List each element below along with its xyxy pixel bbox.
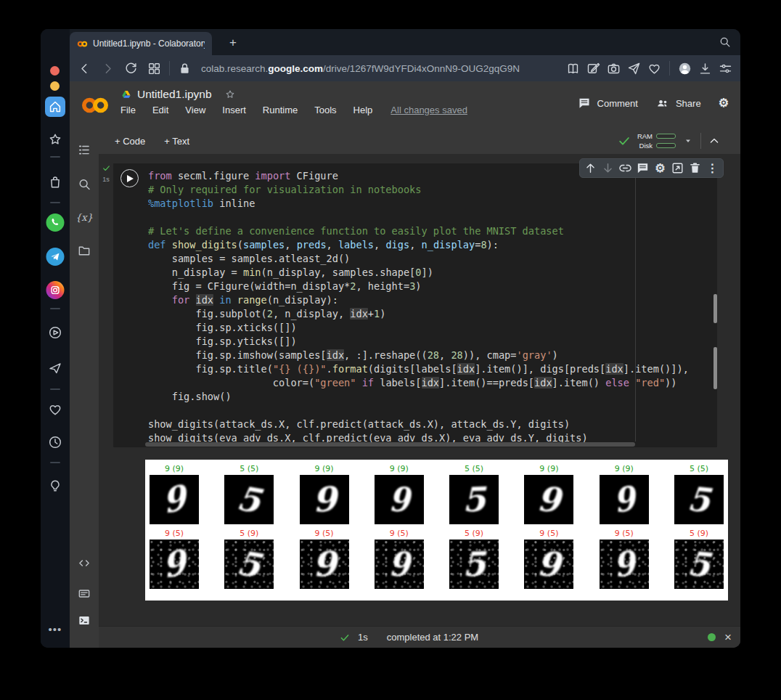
browser-tab[interactable]: Untitled1.ipynb - Colaboratory <box>70 32 212 55</box>
search-icon[interactable] <box>718 35 732 49</box>
code-line[interactable]: for idx in range(n_display): <box>148 293 707 307</box>
run-cell-button[interactable] <box>120 169 139 187</box>
lightbulb-icon[interactable] <box>47 478 63 494</box>
video-player-icon[interactable] <box>47 325 63 341</box>
share-button[interactable]: Share <box>655 96 701 110</box>
send-icon[interactable] <box>626 61 642 76</box>
star-outline-icon[interactable] <box>224 89 236 100</box>
editor-scroll-mark[interactable] <box>713 294 717 323</box>
shopping-bag-icon[interactable] <box>47 174 63 190</box>
window-minimize-button[interactable] <box>50 81 60 91</box>
whatsapp-icon[interactable] <box>46 213 65 232</box>
new-tab-button[interactable]: + <box>222 32 244 54</box>
code-cell[interactable]: from secml.figure import CFigure# Only r… <box>113 163 717 447</box>
code-line[interactable]: fig.subplot(2, n_display, idx+1) <box>148 307 707 321</box>
comment-cell-icon[interactable] <box>635 160 650 176</box>
code-line[interactable] <box>148 404 707 418</box>
window-close-button[interactable] <box>50 66 60 76</box>
history-icon[interactable] <box>47 434 63 450</box>
nav-icons <box>77 61 162 76</box>
digit-image: 9 <box>150 540 199 589</box>
close-status-icon[interactable]: × <box>721 631 735 644</box>
menu-view[interactable]: View <box>185 105 205 115</box>
menu-help[interactable]: Help <box>353 105 373 115</box>
comment-button[interactable]: Comment <box>577 96 638 110</box>
save-status[interactable]: All changes saved <box>390 105 467 115</box>
files-icon[interactable] <box>77 243 92 259</box>
digit-glyph: 9 <box>388 548 410 582</box>
digit-image: 5 <box>674 540 724 589</box>
digit-image: 9 <box>524 540 573 589</box>
my-flow-icon[interactable] <box>47 360 63 376</box>
avatar-icon[interactable] <box>677 61 692 76</box>
code-editor[interactable]: from secml.figure import CFigure# Only r… <box>148 169 707 445</box>
instagram-icon[interactable] <box>46 281 65 299</box>
heart-icon[interactable] <box>47 402 63 418</box>
speed-dial-icon[interactable] <box>147 61 162 76</box>
heart-icon[interactable] <box>647 61 662 76</box>
menu-runtime[interactable]: Runtime <box>263 105 298 115</box>
code-line[interactable]: def show_digits(samples, preds, labels, … <box>148 238 707 252</box>
add-code-button[interactable]: + Code <box>115 136 145 147</box>
telegram-icon[interactable] <box>46 248 65 266</box>
terminal-icon[interactable] <box>77 613 92 628</box>
horizontal-scrollbar[interactable] <box>145 442 635 447</box>
code-line[interactable] <box>148 211 707 224</box>
code-line[interactable]: n_display = min(n_display, samples.shape… <box>148 266 707 280</box>
mirror-tab-icon[interactable] <box>670 160 685 176</box>
code-line[interactable]: fig = CFigure(width=n_display*2, height=… <box>148 280 707 293</box>
search-icon[interactable] <box>77 176 92 192</box>
notebook-title[interactable]: Untitled1.ipynb <box>137 88 212 101</box>
code-line[interactable]: fig.sp.xticks([]) <box>148 321 707 335</box>
code-line[interactable]: samples = samples.atleast_2d() <box>148 252 707 266</box>
sliders-icon[interactable] <box>718 61 733 76</box>
code-line[interactable]: color=("green" if labels[idx].item()==pr… <box>148 376 707 390</box>
delete-icon[interactable] <box>687 160 703 176</box>
url-toolbar: colab.research.google.com/drive/1267fW9d… <box>70 55 740 81</box>
collapse-header-icon[interactable] <box>707 134 721 148</box>
home-icon[interactable] <box>45 97 65 117</box>
code-line[interactable]: %matplotlib inline <box>148 197 707 211</box>
add-text-button[interactable]: + Text <box>164 136 189 147</box>
move-down-icon[interactable] <box>600 160 616 176</box>
note-icon[interactable] <box>586 61 601 76</box>
digit-image: 5 <box>224 475 274 524</box>
menu-insert[interactable]: Insert <box>222 105 246 115</box>
code-line[interactable]: fig.show() <box>148 390 707 404</box>
code-line[interactable]: # Only required for visualization in not… <box>148 183 707 197</box>
tile-label: 9 (5) <box>390 527 409 540</box>
menu-edit[interactable]: Edit <box>152 105 168 115</box>
tile-label: 5 (5) <box>465 463 483 475</box>
forward-icon[interactable] <box>100 61 115 76</box>
address-bar[interactable]: colab.research.google.com/drive/1267fW9d… <box>201 63 563 74</box>
variables-icon[interactable]: {x} <box>77 210 92 225</box>
code-line[interactable]: show_digits(attack_ds.X, clf.predict(att… <box>148 418 707 431</box>
code-snippets-icon[interactable] <box>77 555 92 571</box>
toc-icon[interactable] <box>77 142 92 158</box>
command-palette-icon[interactable] <box>77 586 92 601</box>
resources-cluster[interactable]: RAM Disk <box>617 132 695 150</box>
code-line[interactable]: fig.sp.title("{} ({})".format(digits[lab… <box>148 362 707 376</box>
reload-icon[interactable] <box>123 61 139 76</box>
settings-gear-icon[interactable]: ⚙ <box>719 97 729 109</box>
sidebar-more-button[interactable]: ••• <box>41 623 70 635</box>
code-line[interactable]: fig.sp.yticks([]) <box>148 335 707 349</box>
header-actions: Comment Share ⚙ <box>577 81 729 115</box>
code-line[interactable]: # Let's define a convenience function to… <box>148 224 707 238</box>
move-up-icon[interactable] <box>583 160 598 176</box>
camera-icon[interactable] <box>606 61 621 76</box>
tile-label: 9 (9) <box>390 463 409 475</box>
link-icon[interactable] <box>618 160 633 176</box>
code-line[interactable]: fig.sp.imshow(samples[idx, :].reshape((2… <box>148 349 707 362</box>
menu-file[interactable]: File <box>120 105 136 115</box>
editor-scroll-mark[interactable] <box>713 347 717 389</box>
reader-icon[interactable] <box>565 61 581 76</box>
caret-down-icon[interactable] <box>682 134 695 147</box>
download-icon[interactable] <box>698 61 713 76</box>
back-icon[interactable] <box>77 61 92 76</box>
gear-icon[interactable]: ⚙ <box>653 160 668 176</box>
star-icon[interactable] <box>47 131 63 147</box>
more-vert-icon[interactable]: ⋮ <box>705 160 720 176</box>
menu-tools[interactable]: Tools <box>314 105 336 115</box>
tile-label: 5 (9) <box>690 527 708 540</box>
